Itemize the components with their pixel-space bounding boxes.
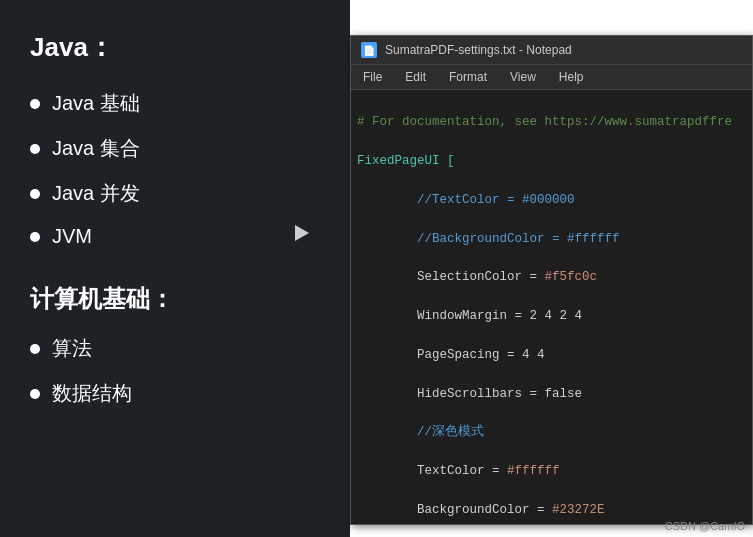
list-item: 数据结构 (30, 380, 320, 407)
section1-title: Java： (30, 30, 320, 65)
bullet-icon (30, 189, 40, 199)
notepad-title: SumatraPDF-settings.txt - Notepad (385, 43, 572, 57)
list-item-label: 算法 (52, 335, 92, 362)
list-item: JVM (30, 225, 320, 248)
list-item: Java 集合 (30, 135, 320, 162)
notepad-content[interactable]: # For documentation, see https://www.sum… (351, 90, 752, 524)
bullet-icon (30, 99, 40, 109)
bullet-icon (30, 144, 40, 154)
notepad-titlebar: 📄 SumatraPDF-settings.txt - Notepad (351, 36, 752, 65)
list-item-label: JVM (52, 225, 92, 248)
notepad-icon: 📄 (361, 42, 377, 58)
bullet-icon (30, 389, 40, 399)
section2-title: 计算机基础： (30, 283, 320, 315)
bullet-icon (30, 344, 40, 354)
watermark: CSDN @CamIO (665, 520, 745, 532)
menu-file[interactable]: File (359, 68, 386, 86)
list-item-label: Java 并发 (52, 180, 140, 207)
section2-list: 算法 数据结构 (30, 335, 320, 407)
notepad-window: 📄 SumatraPDF-settings.txt - Notepad File… (350, 35, 753, 525)
mouse-cursor (295, 225, 309, 241)
menu-format[interactable]: Format (445, 68, 491, 86)
list-item: Java 并发 (30, 180, 320, 207)
list-item-label: Java 基础 (52, 90, 140, 117)
list-item-label: 数据结构 (52, 380, 132, 407)
list-item: Java 基础 (30, 90, 320, 117)
notepad-menubar[interactable]: File Edit Format View Help (351, 65, 752, 90)
bullet-icon (30, 232, 40, 242)
left-panel: Java： Java 基础 Java 集合 Java 并发 JVM 计算机基础：… (0, 0, 350, 537)
list-item: 算法 (30, 335, 320, 362)
list-item-label: Java 集合 (52, 135, 140, 162)
menu-help[interactable]: Help (555, 68, 588, 86)
menu-edit[interactable]: Edit (401, 68, 430, 86)
menu-view[interactable]: View (506, 68, 540, 86)
section1-list: Java 基础 Java 集合 Java 并发 JVM (30, 90, 320, 248)
